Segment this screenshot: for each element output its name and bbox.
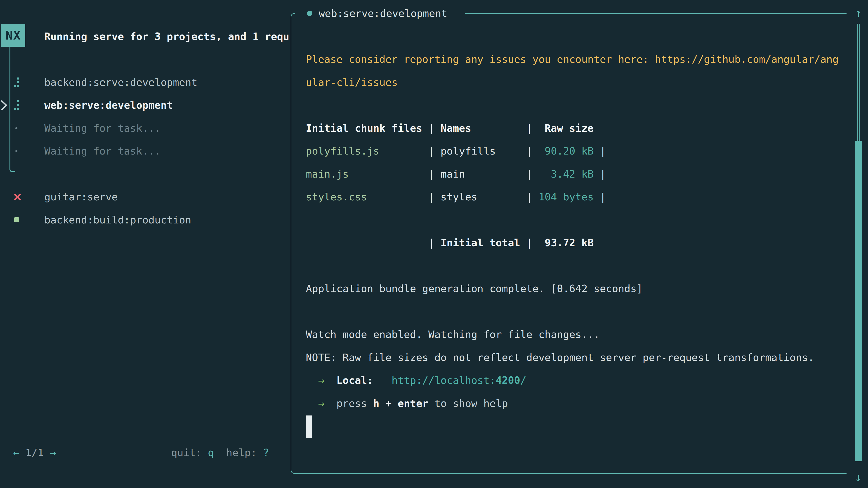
console-line: Application bundle generation complete. … [306, 277, 643, 300]
task-label: backend:serve:development [44, 71, 197, 94]
chunk-size: 104 bytes [539, 191, 594, 203]
chunk-size: 3.42 kB [551, 168, 594, 180]
quit-label: quit: [171, 447, 208, 459]
text-segment: | [594, 168, 606, 180]
table-row: polyfills.js | polyfills | 90.20 kB | [306, 140, 606, 163]
scrollbar-thumb[interactable] [855, 141, 862, 461]
scroll-down-icon[interactable]: ↓ [855, 472, 862, 483]
chunk-size: 90.20 kB [545, 145, 594, 157]
text-segment: | [594, 191, 606, 203]
spinner-icon [14, 77, 20, 88]
text-segment: | polyfills | [379, 145, 545, 157]
task-label: backend:build:production [44, 208, 191, 232]
panel-title-text: web:serve:development [319, 7, 447, 20]
pager[interactable]: ← 1/1 → [13, 441, 56, 464]
keyboard-shortcuts: quit: q help: ? [171, 441, 269, 464]
arrow-icon: → [318, 375, 324, 386]
text-segment: | styles | [367, 191, 539, 203]
quit-key: q [208, 447, 214, 459]
task-row-backend-build[interactable]: backend:build:production [0, 208, 291, 232]
scroll-up-icon[interactable]: ↑ [855, 7, 862, 19]
task-row-web-serve[interactable]: web:serve:development [0, 94, 291, 117]
issues-notice-wrap: ular-cli/issues [306, 76, 398, 88]
help-keybinding: h + enter [373, 397, 428, 410]
nx-tui-screen: { "app": { "logo": "NX", "title": "Runni… [0, 0, 868, 488]
help-hint-line: → press h + enter to show help [306, 392, 508, 415]
chunk-file: main.js [306, 168, 349, 180]
text-segment: | [594, 145, 606, 157]
pager-position: 1/1 [25, 447, 43, 459]
text-segment: | main | [349, 168, 551, 180]
chunk-file: styles.css [306, 191, 367, 203]
table-row: main.js | main | 3.42 kB | [306, 163, 606, 186]
local-url-link[interactable]: http://localhost: [392, 375, 496, 386]
task-label: guitar:serve [44, 186, 118, 208]
task-row-guitar-serve[interactable]: guitar:serve [0, 186, 291, 208]
text-segment [324, 397, 336, 410]
task-row-waiting-2[interactable]: Waiting for task... [0, 140, 291, 163]
chunk-file: polyfills.js [306, 145, 379, 157]
text-segment [373, 375, 392, 386]
issues-notice: Please consider reporting any issues you… [306, 53, 839, 65]
console-line: NOTE: Raw file sizes do not reflect deve… [306, 346, 814, 369]
pager-next-arrow[interactable]: → [43, 447, 56, 459]
watch-mode-message: Watch mode enabled. Watching for file ch… [306, 328, 600, 340]
help-key: ? [263, 447, 269, 459]
table-header-row: Initial chunk files | Names | Raw size [306, 117, 594, 140]
console-line: Watch mode enabled. Watching for file ch… [306, 323, 600, 346]
pager-prev-arrow[interactable]: ← [13, 447, 25, 459]
waiting-dot-icon [16, 127, 18, 129]
task-label: web:serve:development [44, 94, 173, 117]
spinner-icon [14, 100, 20, 110]
task-label: Waiting for task... [44, 140, 161, 163]
text-segment: to show help [428, 397, 508, 410]
console-line: ular-cli/issues [306, 71, 398, 94]
text-segment: press [336, 397, 373, 410]
running-dot-icon [307, 11, 312, 16]
text-segment [324, 375, 336, 386]
console-line: Please consider reporting any issues you… [306, 48, 839, 71]
local-label: Local: [336, 375, 373, 386]
app-title: Running serve for 3 projects, and 1 requ [44, 25, 289, 48]
initial-total: | Initial total | 93.72 kB [306, 237, 594, 249]
success-square-icon [14, 217, 19, 222]
local-url-line: → Local: http://localhost:4200/ [306, 369, 526, 392]
nx-logo: NX [1, 24, 25, 47]
failed-x-icon [13, 193, 22, 201]
help-label: help: [214, 447, 263, 459]
terminal-cursor [306, 416, 312, 438]
text-segment [306, 397, 318, 410]
build-complete-message: Application bundle generation complete. … [306, 283, 643, 295]
task-row-backend-serve[interactable]: backend:serve:development [0, 71, 291, 94]
text-segment [306, 375, 318, 386]
local-url-port[interactable]: 4200 [496, 375, 520, 386]
task-label: Waiting for task... [44, 117, 161, 140]
note-message: NOTE: Raw file sizes do not reflect deve… [306, 352, 814, 363]
task-row-waiting-1[interactable]: Waiting for task... [0, 117, 291, 140]
chunk-table-header: Initial chunk files | Names | Raw size [306, 122, 594, 134]
waiting-dot-icon [16, 150, 18, 152]
terminal-panel-title[interactable]: web:serve:development [295, 2, 465, 25]
table-row: styles.css | styles | 104 bytes | [306, 186, 606, 208]
table-total-row: | Initial total | 93.72 kB [306, 231, 594, 254]
selected-caret-icon [0, 99, 8, 111]
local-url-slash[interactable]: / [520, 375, 526, 386]
arrow-icon: → [318, 397, 324, 410]
